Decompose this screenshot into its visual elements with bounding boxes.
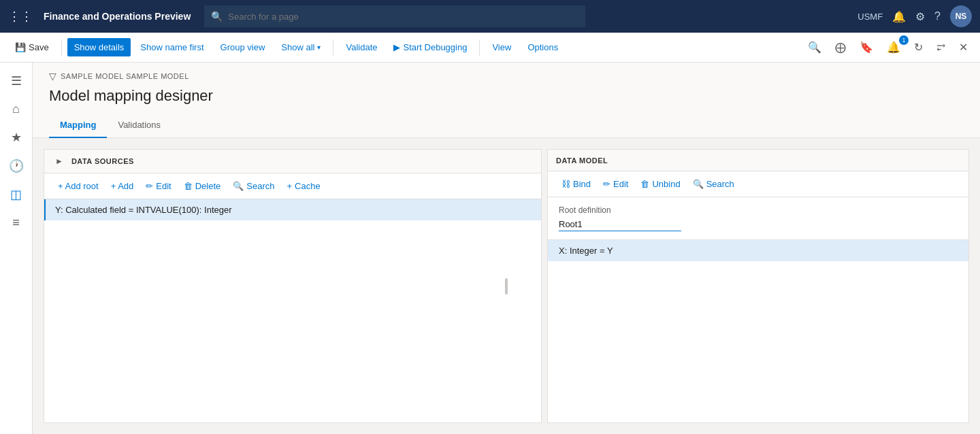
save-disk-icon: 💾	[15, 42, 26, 52]
view-button[interactable]: View	[485, 38, 518, 56]
unbind-button[interactable]: 🗑 Unbind	[635, 176, 685, 193]
avatar[interactable]: NS	[950, 5, 972, 27]
help-icon[interactable]: ?	[934, 10, 941, 22]
data-model-panel: DATA MODEL ⛓ Bind ✏ Edit 🗑 Unbind	[547, 149, 969, 423]
tab-validations[interactable]: Validations	[107, 113, 172, 138]
breadcrumb-text: SAMPLE MODEL SAMPLE MODEL	[61, 72, 189, 80]
divider-3	[479, 39, 480, 56]
notification-badge-area: 🔔 1	[883, 38, 904, 56]
dm-edit-icon: ✏	[603, 179, 610, 189]
dm-row-x[interactable]: X: Integer = Y	[548, 240, 968, 261]
search-dm-icon: 🔍	[693, 179, 704, 189]
start-debugging-button[interactable]: ▶ Start Debugging	[387, 38, 474, 56]
workspace-icon[interactable]: ◫	[5, 182, 27, 207]
bookmark-icon[interactable]: 🔖	[855, 38, 877, 56]
validate-button[interactable]: Validate	[339, 38, 384, 56]
show-all-chevron-icon: ▾	[317, 44, 321, 51]
edit-button[interactable]: ✏ Edit	[140, 178, 176, 195]
add-button[interactable]: + Add	[105, 178, 140, 195]
search-bar[interactable]: 🔍	[204, 5, 585, 27]
options-button[interactable]: Options	[521, 38, 565, 56]
connect-icon[interactable]: ⨁	[831, 38, 850, 56]
cache-plus-icon: +	[287, 181, 292, 191]
divider-1	[61, 39, 62, 56]
resize-bar	[505, 278, 508, 295]
unbind-icon: 🗑	[640, 179, 649, 189]
ds-panel-header: ► DATA SOURCES	[44, 150, 541, 173]
delete-button[interactable]: 🗑 Delete	[178, 178, 227, 195]
show-all-button[interactable]: Show all ▾	[274, 38, 327, 56]
content-area: ▽ SAMPLE MODEL SAMPLE MODEL Model mappin…	[33, 63, 980, 434]
cache-button[interactable]: + Cache	[281, 178, 325, 195]
collapse-button[interactable]: ►	[52, 155, 66, 167]
trash-icon: 🗑	[184, 181, 193, 191]
ds-row-y[interactable]: Y: Calculated field = INTVALUE(100): Int…	[44, 199, 541, 220]
action-bar-right: 🔍 ⨁ 🔖 🔔 1 ↻ ⥂ ✕	[804, 38, 972, 56]
dm-section-title: DATA MODEL	[556, 156, 608, 165]
panel-resize-handle[interactable]	[542, 138, 547, 434]
tabs-bar: Mapping Validations	[33, 113, 980, 138]
filter-icon[interactable]: ▽	[49, 71, 56, 82]
breadcrumb: ▽ SAMPLE MODEL SAMPLE MODEL	[33, 63, 980, 84]
divider-2	[333, 39, 333, 56]
page-title: Model mapping designer	[49, 87, 964, 105]
gear-icon[interactable]: ⚙	[915, 10, 925, 23]
home-icon[interactable]: ⌂	[7, 97, 25, 122]
dm-toolbar: ⛓ Bind ✏ Edit 🗑 Unbind 🔍 Search	[548, 171, 968, 197]
group-view-button[interactable]: Group view	[214, 38, 272, 56]
badge-count: 1	[899, 35, 909, 45]
add-root-button[interactable]: + Add root	[52, 178, 104, 195]
action-bar: 💾 Save Show details Show name first Grou…	[0, 33, 980, 63]
ds-content: Y: Calculated field = INTVALUE(100): Int…	[44, 199, 541, 422]
dm-panel-header: DATA MODEL	[548, 150, 968, 171]
grid-icon[interactable]: ⋮⋮	[8, 9, 33, 24]
page-title-area: Model mapping designer	[33, 84, 980, 113]
refresh-icon[interactable]: ↻	[910, 38, 927, 56]
search-input[interactable]	[228, 12, 578, 22]
top-nav-right: USMF 🔔 ⚙ ? NS	[858, 5, 972, 27]
root-definition-section: Root definition	[548, 197, 968, 240]
search-action-icon[interactable]: 🔍	[804, 38, 826, 56]
root-def-input[interactable]	[559, 218, 681, 231]
close-icon[interactable]: ✕	[955, 38, 972, 56]
favorites-icon[interactable]: ★	[5, 124, 27, 150]
top-nav-bar: ⋮⋮ Finance and Operations Preview 🔍 USMF…	[0, 0, 980, 33]
menu-icon[interactable]: ☰	[5, 68, 27, 94]
debug-icon: ▶	[393, 42, 400, 52]
search-icon-nav: 🔍	[211, 11, 223, 22]
ds-section-title: DATA SOURCES	[71, 157, 134, 165]
show-details-button[interactable]: Show details	[67, 38, 131, 56]
ds-toolbar: + Add root + Add ✏ Edit 🗑 Delete 🔍 Searc…	[44, 173, 541, 199]
dm-edit-button[interactable]: ✏ Edit	[598, 176, 634, 193]
ds-row-y-text: Y: Calculated field = INTVALUE(100): Int…	[55, 205, 232, 215]
open-new-icon[interactable]: ⥂	[932, 38, 949, 56]
tab-mapping[interactable]: Mapping	[49, 113, 107, 138]
recent-icon[interactable]: 🕐	[3, 153, 29, 179]
search-ds-button[interactable]: 🔍 Search	[227, 178, 280, 195]
list-icon[interactable]: ≡	[7, 210, 25, 235]
main-layout: ☰ ⌂ ★ 🕐 ◫ ≡ ▽ SAMPLE MODEL SAMPLE MODEL …	[0, 63, 980, 434]
left-sidebar: ☰ ⌂ ★ 🕐 ◫ ≡	[0, 63, 33, 434]
user-label: USMF	[858, 12, 883, 22]
bell-icon[interactable]: 🔔	[892, 10, 906, 23]
show-name-first-button[interactable]: Show name first	[133, 38, 210, 56]
root-def-label: Root definition	[559, 205, 958, 215]
bind-icon: ⛓	[561, 179, 570, 189]
search-dm-button[interactable]: 🔍 Search	[687, 176, 740, 193]
search-ds-icon: 🔍	[233, 181, 244, 191]
save-button[interactable]: 💾 Save	[8, 38, 56, 56]
designer-area: ► DATA SOURCES + Add root + Add ✏ Edit 🗑…	[33, 138, 980, 434]
bind-button[interactable]: ⛓ Bind	[556, 176, 596, 193]
app-title: Finance and Operations Preview	[44, 11, 191, 22]
dm-content: X: Integer = Y	[548, 240, 968, 422]
edit-pencil-icon: ✏	[146, 181, 153, 191]
dm-row-x-text: X: Integer = Y	[559, 246, 613, 256]
data-sources-panel: ► DATA SOURCES + Add root + Add ✏ Edit 🗑…	[44, 149, 542, 423]
